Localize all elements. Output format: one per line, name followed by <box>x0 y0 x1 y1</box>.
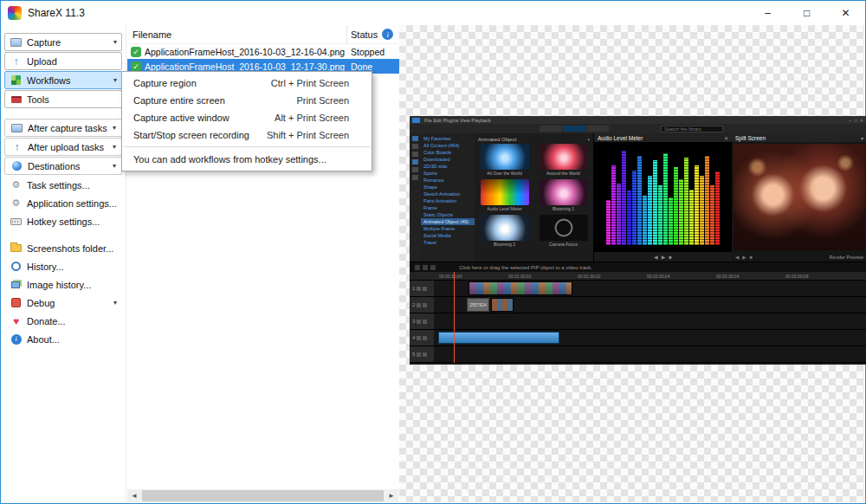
minimize-button[interactable]: – <box>748 1 787 25</box>
sidebar-item-debug[interactable]: Debug ▾ <box>4 294 122 312</box>
track-enable-icon[interactable] <box>417 352 421 357</box>
tree-item[interactable]: Sports <box>421 170 475 177</box>
sidebar-button-capture[interactable]: Capture ▾ <box>4 33 122 51</box>
info-icon[interactable]: i <box>382 29 393 40</box>
sidebar-item-application-settings[interactable]: ⚙ Application settings... <box>4 194 122 212</box>
template-thumbnail[interactable]: All Over the World <box>476 144 533 176</box>
tree-item[interactable]: Shape <box>421 184 475 191</box>
tree-item[interactable]: Animated Object (49) <box>421 218 475 225</box>
tree-item[interactable]: 2D/3D-side <box>421 163 475 170</box>
sidebar-item-about[interactable]: i About... <box>4 330 122 348</box>
tree-item[interactable]: Social Media <box>421 232 475 239</box>
track-header[interactable]: 3 <box>410 313 434 329</box>
lock-icon[interactable] <box>423 352 427 357</box>
timeline-track[interactable]: 1 <box>410 281 866 297</box>
dragged-clip[interactable]: 2557624 <box>467 298 489 312</box>
horizontal-scrollbar[interactable]: ◄ ► <box>127 489 398 502</box>
timeline-track[interactable]: 4 <box>410 330 866 346</box>
timeline-ruler[interactable]: 00:00:30;0000:01:00;0200:01:30;0200:02:0… <box>410 272 866 281</box>
lock-icon[interactable] <box>423 320 427 324</box>
file-row[interactable]: ✓ ApplicationFrameHost_2016-10-03_12-16-… <box>127 44 399 59</box>
sidebar-button-upload[interactable]: ↑ Upload <box>4 52 122 70</box>
tree-item[interactable]: Static Objects <box>421 211 475 218</box>
sidebar-item-donate[interactable]: ♥ Donate... <box>4 312 122 330</box>
preview-title: Audio Level Meter <box>598 135 643 141</box>
tree-item[interactable]: Frame <box>421 204 475 211</box>
template-thumbnail[interactable]: Blooming 1 <box>535 179 591 211</box>
track-body[interactable] <box>434 281 866 296</box>
sidebar-item-task-settings[interactable]: ⚙ Task settings... <box>4 176 122 194</box>
tree-item[interactable]: Multiple Frame <box>421 225 475 232</box>
menu-item-shortcut: Print Screen <box>281 95 349 106</box>
inner-mode-tabs <box>540 126 610 132</box>
render-preview-label[interactable]: Render Preview <box>830 255 863 260</box>
menu-item-capture-active-window[interactable]: Capture active window Alt + Print Screen <box>122 109 372 126</box>
track-body[interactable]: 2557624 <box>434 297 866 313</box>
clock-icon <box>11 262 21 271</box>
prev-icon[interactable]: ◀ <box>654 254 658 260</box>
track-body[interactable] <box>434 330 866 346</box>
tree-item[interactable]: Sketch Animation <box>421 191 475 197</box>
tree-item[interactable]: All Content (494) <box>421 142 475 149</box>
titlebar[interactable]: ShareX 11.3 – □ ✕ <box>1 1 865 25</box>
library-category[interactable]: Animated Object ▾ <box>476 135 591 143</box>
timeline-track[interactable]: 22557624 <box>410 297 866 313</box>
close-button[interactable]: ✕ <box>826 1 865 25</box>
sidebar-item-after-capture-tasks[interactable]: After capture tasks ▾ <box>4 119 122 137</box>
scrollbar-thumb[interactable] <box>142 490 384 501</box>
track-header[interactable]: 1 <box>410 281 434 296</box>
scroll-right-icon[interactable]: ► <box>385 492 398 500</box>
tree-item[interactable]: Romance <box>421 177 475 184</box>
lock-icon[interactable] <box>423 287 427 291</box>
sidebar-item-history[interactable]: History... <box>4 257 122 275</box>
template-thumbnail[interactable]: Blooming 2 <box>476 215 533 247</box>
timeline-track[interactable]: 5 <box>410 346 866 363</box>
track-body[interactable] <box>434 313 866 329</box>
lock-icon[interactable] <box>423 336 427 340</box>
video-clip[interactable] <box>491 298 514 312</box>
tree-item[interactable]: Downloaded <box>421 156 475 163</box>
track-body[interactable] <box>434 346 866 362</box>
menu-item-screen-recording[interactable]: Start/Stop screen recording Shift + Prin… <box>122 126 372 144</box>
sidebar-button-tools[interactable]: Tools <box>4 90 122 108</box>
column-header-filename[interactable]: Filename <box>127 25 347 43</box>
track-enable-icon[interactable] <box>417 287 421 291</box>
sidebar-item-image-history[interactable]: Image history... <box>4 275 122 294</box>
playhead[interactable] <box>454 272 455 363</box>
menu-item-capture-region[interactable]: Capture region Ctrl + Print Screen <box>122 74 372 92</box>
maximize-button[interactable]: □ <box>787 1 826 25</box>
track-header[interactable]: 2 <box>410 297 434 313</box>
scroll-left-icon[interactable]: ◄ <box>127 492 141 500</box>
track-enable-icon[interactable] <box>417 320 421 324</box>
stop-icon[interactable]: ■ <box>749 255 752 260</box>
column-header-status[interactable]: Status i <box>347 25 399 43</box>
play-icon[interactable]: ▶ <box>662 254 666 260</box>
track-enable-icon[interactable] <box>417 303 421 307</box>
sidebar-item-after-upload-tasks[interactable]: ↑ After upload tasks ▾ <box>4 138 122 156</box>
stop-icon[interactable]: ■ <box>669 255 672 260</box>
template-thumbnail[interactable]: Around the World <box>535 144 591 176</box>
sidebar-item-hotkey-settings[interactable]: Hotkey settings... <box>4 212 122 230</box>
template-thumbnail[interactable]: Camera Focus <box>535 215 591 247</box>
pip-object-clip[interactable] <box>438 332 559 344</box>
sidebar-button-workflows[interactable]: Workflows ▾ <box>4 71 122 89</box>
prev-icon[interactable]: ◀ <box>735 255 739 260</box>
video-clip[interactable] <box>469 281 572 295</box>
menu-footer[interactable]: You can add workflows from hotkey settin… <box>122 150 372 168</box>
menu-item-shortcut: Shift + Print Screen <box>251 130 349 140</box>
sidebar-item-screenshots-folder[interactable]: Screenshots folder... <box>4 239 122 257</box>
track-header[interactable]: 5 <box>410 346 434 362</box>
tree-item[interactable]: Paint Animation <box>421 197 475 204</box>
menu-item-capture-entire-screen[interactable]: Capture entire screen Print Screen <box>122 92 372 109</box>
timeline-track[interactable]: 3 <box>410 313 866 330</box>
tree-item[interactable]: My Favorites <box>421 135 475 142</box>
play-icon[interactable]: ▶ <box>742 255 746 260</box>
tree-item[interactable]: Travel <box>421 239 475 246</box>
tree-item[interactable]: Color Boards <box>421 149 475 156</box>
globe-icon <box>12 161 22 171</box>
sidebar-item-destinations[interactable]: Destinations ▾ <box>4 157 122 175</box>
track-header[interactable]: 4 <box>410 330 434 346</box>
lock-icon[interactable] <box>423 303 427 307</box>
track-enable-icon[interactable] <box>417 336 421 340</box>
template-thumbnail[interactable]: Audio Level Meter <box>476 179 533 211</box>
